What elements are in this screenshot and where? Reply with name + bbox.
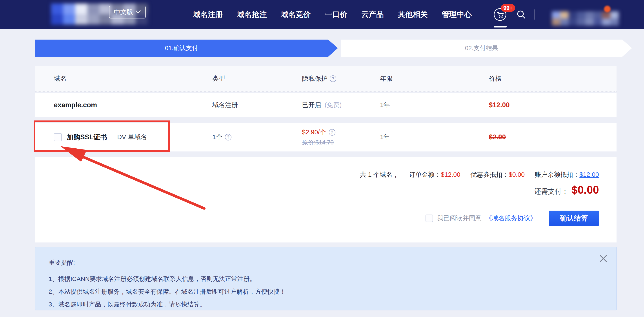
agreement-link[interactable]: 《域名服务协议》: [486, 214, 536, 223]
table-row-domain: example.com 域名注册 已开启 (免费) 1年 $12.00: [35, 93, 616, 118]
header-privacy: 隐私保护 ?: [302, 74, 380, 83]
table-row-ssl-addon: 加购SSL证书 DV 单域名 1个 ? $2.90/个 ? 原价:$14.70 …: [35, 123, 616, 152]
ssl-addon-title: 加购SSL证书: [66, 132, 107, 142]
order-amount: $12.00: [441, 171, 460, 178]
domain-price: $12.00: [489, 101, 616, 109]
ssl-price-cell: $2.90/个 ? 原价:$14.70: [302, 128, 380, 146]
privacy-help-icon[interactable]: ?: [330, 76, 336, 82]
nav-icons: 99+: [492, 0, 540, 29]
agreement-checkbox[interactable]: [426, 214, 433, 222]
domain-name: example.com: [54, 101, 212, 109]
checkout-steps: 01.确认支付 02.支付结果: [35, 40, 616, 57]
chevron-down-icon: [136, 10, 141, 14]
blurred-user-account[interactable]: [552, 12, 619, 26]
top-nav: 中文版 域名注册 域名抢注 域名竞价 一口价 云产品 其他相关 管理中心 99+: [0, 0, 644, 29]
ssl-qty-help-icon[interactable]: ?: [225, 134, 232, 140]
checkout-page: 中文版 域名注册 域名抢注 域名竞价 一口价 云产品 其他相关 管理中心 99+: [0, 0, 644, 317]
order-amount-label: 订单金额：: [409, 171, 441, 178]
nav-item-domain-backorder[interactable]: 域名抢注: [237, 10, 267, 20]
nav-menu: 域名注册 域名抢注 域名竞价 一口价 云产品 其他相关 管理中心: [193, 0, 472, 29]
privacy-status-value: 已开启: [302, 101, 321, 108]
step-payment-result: 02.支付结果: [341, 40, 632, 57]
header-type: 类型: [212, 74, 302, 83]
summary-count: 共 1 个域名，: [360, 171, 399, 178]
domain-years: 1年: [380, 101, 489, 110]
ssl-original-price: 原价:$14.70: [302, 138, 380, 146]
ssl-unit-price: $2.90/个: [302, 128, 326, 137]
cart-active-indicator: [494, 26, 507, 28]
language-selector[interactable]: 中文版: [109, 6, 146, 18]
header-price: 价格: [489, 74, 616, 83]
ssl-qty-cell: 1个 ?: [212, 133, 302, 142]
search-button[interactable]: [516, 10, 526, 20]
step-label: 01.确认支付: [165, 44, 198, 52]
ssl-price-help-icon[interactable]: ?: [329, 129, 336, 136]
nav-item-domain-auction[interactable]: 域名竞价: [281, 10, 311, 20]
user-notification-dot: [604, 6, 610, 12]
due-line: 还需支付： $0.00: [534, 184, 599, 196]
balance-label: 账户余额抵扣：: [535, 171, 580, 178]
order-table-header: 域名 类型 隐私保护 ? 年限 价格: [35, 66, 616, 92]
ssl-qty: 1个: [212, 133, 222, 142]
due-amount: $0.00: [572, 184, 599, 196]
nav-item-cloud-products[interactable]: 云产品: [361, 10, 384, 20]
domain-type: 域名注册: [212, 101, 302, 110]
close-icon[interactable]: [598, 254, 608, 263]
summary-line: 共 1 个域名， 订单金额：$12.00 优惠券抵扣：$0.00 账户余额抵扣：…: [360, 170, 599, 179]
agreement-text: 我已阅读并同意: [437, 214, 482, 223]
ssl-label-cell: 加购SSL证书 DV 单域名: [54, 132, 212, 142]
ssl-years: 1年: [380, 133, 489, 142]
notice-title: 重要提醒:: [48, 258, 603, 267]
nav-item-fixed-price[interactable]: 一口价: [325, 10, 347, 20]
ssl-price: $2.90: [489, 133, 616, 141]
important-notice-box: 重要提醒: 1、根据ICANN要求域名注册必须创建域名联系人信息，否则无法正常注…: [35, 247, 616, 310]
nav-item-domain-register[interactable]: 域名注册: [193, 10, 223, 20]
nav-item-console[interactable]: 管理中心: [442, 10, 472, 20]
confirm-checkout-button[interactable]: 确认结算: [549, 210, 599, 226]
balance-amount-link[interactable]: $12.00: [580, 171, 599, 178]
order-summary-card: 共 1 个域名， 订单金额：$12.00 优惠券抵扣：$0.00 账户余额抵扣：…: [35, 157, 616, 242]
coupon-label: 优惠券抵扣：: [470, 171, 509, 178]
cart-count-badge: 99+: [501, 4, 515, 12]
header-privacy-label: 隐私保护: [302, 74, 328, 83]
ssl-addon-subtitle: DV 单域名: [117, 133, 147, 142]
privacy-free-note: (免费): [325, 101, 342, 108]
ssl-title-divider: [112, 134, 112, 141]
privacy-status: 已开启 (免费): [302, 101, 380, 110]
notice-line-3: 3、域名属即时产品，以最终付款成功为准，请尽快结算。: [48, 298, 603, 311]
coupon-amount: $0.00: [509, 171, 525, 178]
nav-divider: [534, 10, 534, 20]
due-label: 还需支付：: [534, 187, 568, 196]
header-years: 年限: [380, 74, 489, 83]
search-icon: [516, 10, 526, 20]
notice-line-2: 2、本站提供域名注册服务，域名安全有保障。在域名注册后即可过户解析，方便快捷！: [48, 285, 603, 298]
ssl-addon-checkbox[interactable]: [54, 133, 62, 141]
step-label: 02.支付结果: [465, 44, 498, 52]
notice-line-1: 1、根据ICANN要求域名注册必须创建域名联系人信息，否则无法正常注册。: [48, 272, 603, 285]
agreement-line: 我已阅读并同意 《域名服务协议》 确认结算: [426, 210, 599, 226]
step-confirm-payment: 01.确认支付: [35, 40, 338, 57]
cart-button[interactable]: 99+: [492, 7, 508, 22]
nav-item-other[interactable]: 其他相关: [398, 10, 428, 20]
header-domain: 域名: [54, 74, 212, 83]
language-label: 中文版: [114, 8, 133, 16]
